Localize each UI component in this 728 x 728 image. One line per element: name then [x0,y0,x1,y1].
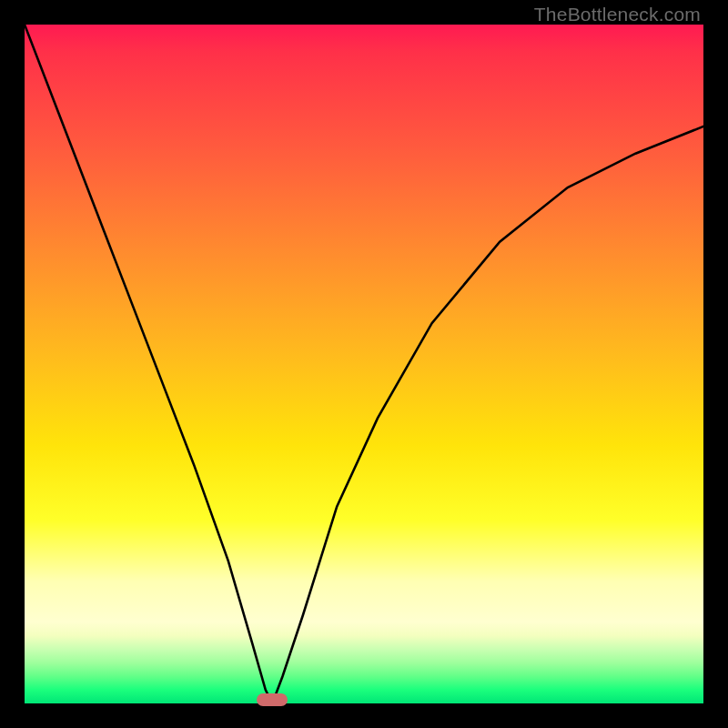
curve-right [272,126,703,703]
curve-left [25,25,272,703]
optimum-marker [257,693,288,706]
plot-area [25,25,703,703]
chart-frame: TheBottleneck.com [0,0,728,728]
watermark-text: TheBottleneck.com [534,4,701,25]
bottleneck-curve [25,25,703,703]
